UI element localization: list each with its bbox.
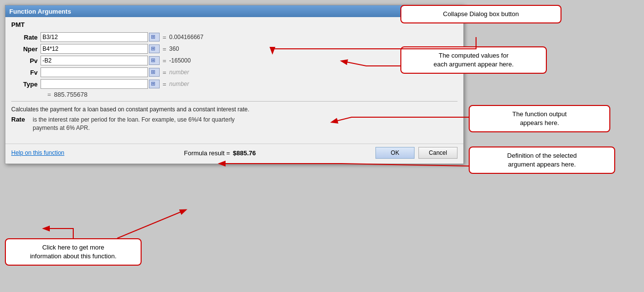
arg-label-fv: Fv [11, 69, 41, 76]
dialog-body: PMT Rate = 0.004166667 Nper = 360 Pv [5, 17, 463, 142]
arg-row-nper: Nper = 360 [11, 44, 457, 54]
dialog-titlebar: Function Arguments ? ✕ [5, 5, 463, 17]
help-link[interactable]: Help on this function [11, 149, 64, 156]
arg-value-nper: 360 [169, 45, 179, 52]
result-value: 885.755678 [54, 91, 88, 98]
arg-input-container-nper [41, 44, 160, 54]
dialog-footer: Help on this function Formula result = $… [5, 144, 463, 164]
arg-label-rate: Rate [11, 34, 41, 41]
arg-row-pv: Pv = -165000 [11, 56, 457, 65]
arg-row-rate: Rate = 0.004166667 [11, 32, 457, 42]
divider [11, 101, 457, 102]
arg-value-fv: number [169, 69, 189, 76]
arg-label-nper: Nper [11, 45, 41, 53]
rate-def-text: is the interest rate per period for the … [33, 116, 235, 132]
result-row: = 885.755678 [11, 91, 457, 98]
arg-input-nper[interactable] [41, 44, 148, 54]
description-text: Calculates the payment for a loan based … [11, 105, 457, 114]
result-equals: = [47, 91, 51, 98]
arg-input-rate[interactable] [41, 32, 148, 42]
arg-input-type[interactable] [41, 79, 148, 89]
arg-input-fv[interactable] [41, 67, 148, 77]
annotation-definition: Definition of the selectedargument appea… [469, 146, 615, 174]
footer-buttons: OK Cancel [375, 147, 457, 159]
ok-button[interactable]: OK [375, 147, 415, 159]
annotation-help-info: Click here to get moreinformation about … [5, 238, 142, 266]
arg-equals-rate: = [163, 34, 166, 41]
formula-result-value: $885.76 [233, 149, 256, 157]
arg-input-pv[interactable] [41, 56, 148, 65]
formula-result-area: Formula result = $885.76 [184, 149, 256, 157]
collapse-btn-fv[interactable] [149, 68, 160, 77]
collapse-btn-nper[interactable] [149, 44, 160, 53]
arg-value-pv: -165000 [169, 57, 191, 64]
arg-input-container-type [41, 79, 160, 89]
formula-result-label: Formula result = [184, 149, 230, 157]
arg-input-container-fv [41, 67, 160, 77]
arg-label-type: Type [11, 81, 41, 88]
annotation-collapse-dialog: Collapse Dialog box button [400, 5, 561, 23]
arg-input-container-pv [41, 56, 160, 65]
arg-equals-nper: = [163, 45, 166, 53]
function-arguments-dialog: Function Arguments ? ✕ PMT Rate = 0.0041… [5, 5, 464, 164]
rate-definition: Rate is the interest rate per period for… [11, 116, 457, 132]
collapse-btn-pv[interactable] [149, 56, 160, 65]
rate-def-label: Rate [11, 116, 31, 123]
arg-input-container-rate [41, 32, 160, 42]
collapse-btn-type[interactable] [149, 80, 160, 88]
dialog-title: Function Arguments [9, 8, 71, 15]
arg-value-type: number [169, 81, 189, 87]
annotation-computed-values: The computed values foreach argument app… [400, 46, 547, 74]
cancel-button[interactable]: Cancel [418, 147, 457, 159]
annotation-function-output: The function outputappears here. [469, 105, 610, 132]
arg-equals-pv: = [163, 57, 166, 64]
arg-value-rate: 0.004166667 [169, 34, 204, 41]
arg-equals-fv: = [163, 69, 166, 76]
collapse-btn-rate[interactable] [149, 33, 160, 42]
arg-label-pv: Pv [11, 57, 41, 64]
arg-row-type: Type = number [11, 79, 457, 89]
arg-equals-type: = [163, 81, 166, 88]
arg-row-fv: Fv = number [11, 67, 457, 77]
function-name: PMT [11, 21, 457, 28]
